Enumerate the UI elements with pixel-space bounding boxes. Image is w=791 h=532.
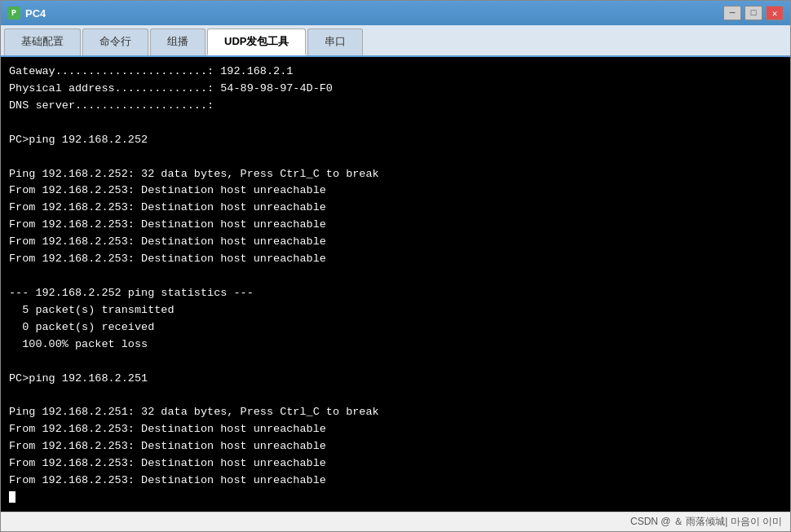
minimize-button[interactable]: ─ [723,6,741,20]
restore-button[interactable]: □ [745,6,762,20]
tab-udp-tool[interactable]: UDP发包工具 [207,29,306,55]
status-text: CSDN @ ＆ 雨落倾城| 마음이 이미 [630,515,782,529]
window-title: PC4 [25,7,46,20]
tab-basic-config[interactable]: 基础配置 [4,29,81,55]
tab-bar: 基础配置 命令行 组播 UDP发包工具 串口 [1,25,790,57]
tab-multicast[interactable]: 组播 [150,29,205,55]
terminal-output: Gateway.......................: 192.168.… [9,64,782,507]
terminal-cursor [9,491,15,503]
title-bar-left: P PC4 [7,7,46,20]
terminal-area[interactable]: Gateway.......................: 192.168.… [1,57,790,512]
window-controls: ─ □ ✕ [723,6,784,20]
title-bar: P PC4 ─ □ ✕ [1,1,790,25]
tab-command-line[interactable]: 命令行 [82,29,148,55]
close-button[interactable]: ✕ [766,6,784,20]
app-icon: P [7,7,20,20]
main-window: P PC4 ─ □ ✕ 基础配置 命令行 组播 UDP发包工具 串口 Gatew… [0,0,791,532]
status-bar: CSDN @ ＆ 雨落倾城| 마음이 이미 [1,512,790,531]
tab-serial[interactable]: 串口 [307,29,363,55]
